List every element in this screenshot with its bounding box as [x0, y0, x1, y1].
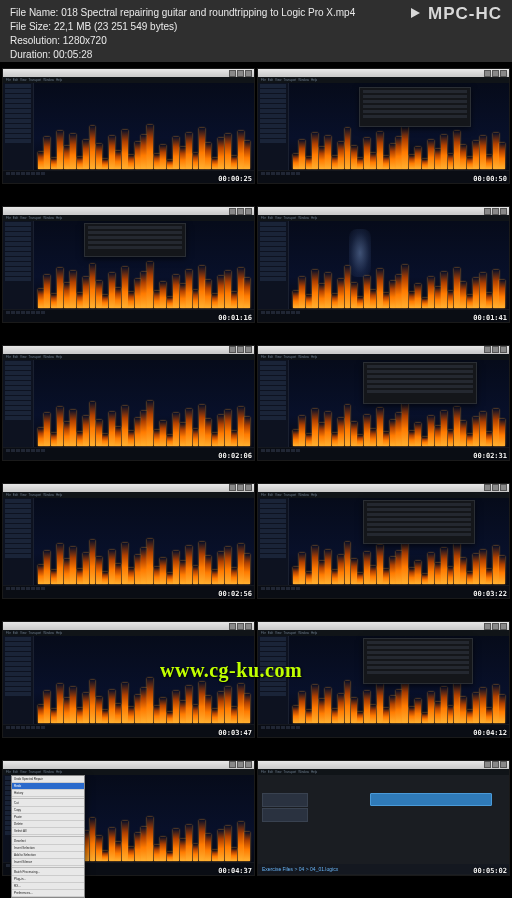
menu-item[interactable]: Edit — [13, 355, 18, 359]
panel-row[interactable] — [367, 370, 473, 373]
window-titlebar[interactable] — [3, 761, 254, 769]
menu-item[interactable]: View — [20, 493, 26, 497]
transport-button[interactable] — [11, 311, 15, 314]
sidebar-row[interactable] — [260, 396, 286, 400]
window-button[interactable] — [237, 761, 244, 768]
sidebar-row[interactable] — [260, 692, 286, 696]
sidebar-row[interactable] — [5, 544, 31, 548]
sidebar-row[interactable] — [260, 272, 286, 276]
sidebar-row[interactable] — [5, 504, 31, 508]
menu-item[interactable]: Edit — [268, 493, 273, 497]
window-button[interactable] — [237, 70, 244, 77]
window-button[interactable] — [484, 484, 491, 491]
menu-item[interactable]: File — [261, 493, 266, 497]
menu-item[interactable]: Transport — [28, 631, 41, 635]
transport-button[interactable] — [266, 311, 270, 314]
sidebar-row[interactable] — [260, 252, 286, 256]
sidebar-row[interactable] — [5, 114, 31, 118]
sidebar-row[interactable] — [260, 509, 286, 513]
menu-item[interactable]: Help — [311, 631, 317, 635]
sidebar-row[interactable] — [260, 124, 286, 128]
menu-item[interactable]: Window — [43, 216, 54, 220]
sidebar-row[interactable] — [5, 529, 31, 533]
sidebar-row[interactable] — [260, 109, 286, 113]
video-thumbnail[interactable]: FileEditViewTransportWindowHelp00:03:22 — [257, 483, 510, 599]
sidebar-row[interactable] — [260, 232, 286, 236]
transport-button[interactable] — [276, 172, 280, 175]
sidebar-row[interactable] — [5, 514, 31, 518]
window-button[interactable] — [500, 761, 507, 768]
sidebar-row[interactable] — [260, 371, 286, 375]
side-panel[interactable] — [3, 360, 34, 460]
side-panel[interactable] — [258, 83, 289, 183]
sidebar-row[interactable] — [5, 99, 31, 103]
menu-item[interactable]: Transport — [28, 216, 41, 220]
window-button[interactable] — [245, 761, 252, 768]
floating-panel[interactable] — [359, 87, 471, 127]
sidebar-row[interactable] — [260, 519, 286, 523]
transport-button[interactable] — [281, 587, 285, 590]
sidebar-row[interactable] — [5, 222, 31, 226]
window-button[interactable] — [229, 623, 236, 630]
sidebar-row[interactable] — [5, 554, 31, 558]
dropdown-item[interactable]: History — [12, 790, 84, 797]
panel-row[interactable] — [367, 375, 473, 378]
panel-row[interactable] — [363, 115, 467, 118]
transport-button[interactable] — [271, 311, 275, 314]
panel-row[interactable] — [88, 226, 182, 229]
transport-button[interactable] — [296, 449, 300, 452]
transport-button[interactable] — [296, 726, 300, 729]
sidebar-row[interactable] — [5, 124, 31, 128]
window-button[interactable] — [229, 761, 236, 768]
window-titlebar[interactable] — [3, 69, 254, 77]
window-button[interactable] — [237, 623, 244, 630]
menu-item[interactable]: Window — [43, 355, 54, 359]
transport-button[interactable] — [271, 172, 275, 175]
sidebar-row[interactable] — [260, 119, 286, 123]
transport-button[interactable] — [286, 172, 290, 175]
panel-row[interactable] — [367, 513, 471, 516]
window-titlebar[interactable] — [3, 346, 254, 354]
sidebar-row[interactable] — [5, 134, 31, 138]
menu-item[interactable]: Help — [311, 493, 317, 497]
sidebar-row[interactable] — [260, 667, 286, 671]
transport-button[interactable] — [291, 587, 295, 590]
sidebar-row[interactable] — [260, 544, 286, 548]
side-panel[interactable] — [3, 83, 34, 183]
menu-item[interactable]: Help — [311, 355, 317, 359]
window-titlebar[interactable] — [3, 484, 254, 492]
sidebar-row[interactable] — [260, 554, 286, 558]
menu-item[interactable]: File — [6, 493, 11, 497]
sidebar-row[interactable] — [5, 89, 31, 93]
window-button[interactable] — [229, 484, 236, 491]
transport-button[interactable] — [26, 172, 30, 175]
sidebar-row[interactable] — [5, 247, 31, 251]
window-button[interactable] — [229, 346, 236, 353]
window-button[interactable] — [237, 208, 244, 215]
transport-button[interactable] — [296, 172, 300, 175]
sidebar-row[interactable] — [260, 376, 286, 380]
sidebar-row[interactable] — [5, 687, 31, 691]
sidebar-row[interactable] — [260, 499, 286, 503]
sidebar-row[interactable] — [5, 109, 31, 113]
sidebar-row[interactable] — [260, 687, 286, 691]
sidebar-row[interactable] — [260, 406, 286, 410]
menu-item[interactable]: Help — [56, 631, 62, 635]
sidebar-row[interactable] — [5, 692, 31, 696]
video-thumbnail[interactable]: FileEditViewTransportWindowHelp00:04:37U… — [2, 760, 255, 876]
sidebar-row[interactable] — [260, 129, 286, 133]
transport-button[interactable] — [271, 587, 275, 590]
transport-button[interactable] — [31, 172, 35, 175]
menu-item[interactable]: View — [275, 770, 281, 774]
transport-button[interactable] — [36, 449, 40, 452]
transport-button[interactable] — [16, 726, 20, 729]
transport-button[interactable] — [21, 311, 25, 314]
sidebar-row[interactable] — [260, 262, 286, 266]
menu-item[interactable]: Window — [43, 493, 54, 497]
sidebar-row[interactable] — [5, 272, 31, 276]
sidebar-row[interactable] — [5, 534, 31, 538]
sidebar-row[interactable] — [260, 99, 286, 103]
video-thumbnail[interactable]: FileEditViewTransportWindowHelp00:00:25 — [2, 68, 255, 184]
panel-row[interactable] — [367, 390, 473, 393]
transport-button[interactable] — [11, 172, 15, 175]
